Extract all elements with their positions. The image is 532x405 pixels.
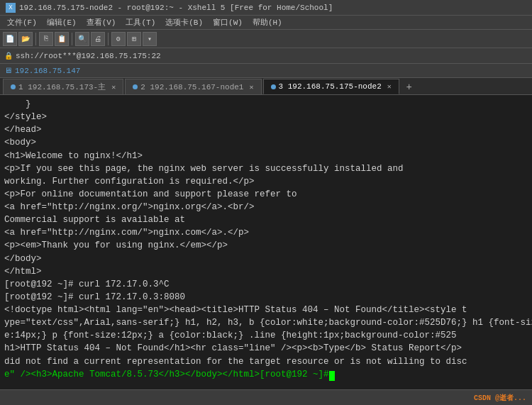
terminal-line: [root@192 ~]# curl 172.17.0.3:8080 [4,291,528,304]
toolbar: 📄 📂 ⎘ 📋 🔍 🖨 ⚙ ⊞ ▾ [0,30,532,48]
brand-label: CSDN @逝者... [474,393,526,403]
lock-icon: 🔒 [4,52,13,60]
terminal-line: <!doctype html><html lang="en"><head><ti… [4,304,528,316]
menu-tabs[interactable]: 选项卡(B) [161,16,207,28]
tab-3[interactable]: 3 192.168.75.175-node2 ✕ [263,79,399,94]
terminal-line: <body> [4,136,528,149]
tab-2-close[interactable]: ✕ [249,83,253,91]
path-text: 192.168.75.147 [15,67,80,75]
terminal-line: <a href="http://nginx.org/">nginx.org</a… [4,201,528,213]
tab-2-dot [133,84,138,89]
toolbar-settings[interactable]: ⚙ [111,32,126,46]
toolbar-copy[interactable]: ⎘ [39,32,53,46]
tab-2-label: 2 192.168.75.167-node1 [140,83,243,91]
menu-tools[interactable]: 工具(T) [121,16,160,28]
terminal-line: ype="text/css",Arial,sans-serif;} h1, h2… [4,316,528,329]
menu-help[interactable]: 帮助(H) [248,16,287,28]
terminal-line: <h1>Welcome to nginx!</h1> [4,150,528,162]
menu-window[interactable]: 窗口(W) [209,16,247,28]
tab-1-close[interactable]: ✕ [111,83,116,91]
terminal-line: <p>For online documentation and support … [4,188,528,201]
terminal-line: </head> [4,123,528,136]
address-bar: 🔒 ssh://root***@192.168.75.175:22 [0,48,532,64]
menu-bar: 文件(F) 编辑(E) 查看(V) 工具(T) 选项卡(B) 窗口(W) 帮助(… [0,16,532,30]
address-text: ssh://root***@192.168.75.175:22 [16,52,161,60]
terminal-line: </body> [4,253,528,265]
app-icon: X [6,3,16,13]
menu-view[interactable]: 查看(V) [82,16,121,28]
terminal-line: e:14px;} p {font-size:12px;} a {color:bl… [4,329,528,342]
toolbar-sep1 [35,33,36,45]
menu-file[interactable]: 文件(F) [3,16,41,28]
window-title: 192.168.75.175-node2 - root@192:~ - Xshe… [19,4,333,12]
terminal-line: <p><em>Thank you for using nginx.</em></… [4,239,528,252]
terminal-line: h1>HTTP Status 404 – Not Found</h1><hr c… [4,342,528,355]
tab-3-close[interactable]: ✕ [387,82,392,91]
tab-1[interactable]: 1 192.168.75.173-主 ✕ [3,79,123,94]
menu-edit[interactable]: 编辑(E) [43,16,81,28]
terminal-line: did not find a current representation fo… [4,355,528,368]
toolbar-print[interactable]: 🖨 [91,32,105,46]
terminal-area[interactable]: }</style></head><body><h1>Welcome to ngi… [0,95,532,389]
tab-3-label: 3 192.168.75.175-node2 [279,82,382,91]
tab-1-dot [11,84,16,89]
toolbar-layout[interactable]: ⊞ [127,32,141,46]
terminal-line: [root@192 ~]# curl 172.17.0.3^C [4,278,528,291]
toolbar-sep2 [72,33,72,45]
terminal-line: </style> [4,111,528,123]
toolbar-open[interactable]: 📂 [18,32,33,46]
terminal-line: <a href="http://nginx.com/">nginx.com</a… [4,226,528,239]
path-bar: 🖥 192.168.75.147 [0,64,532,78]
tab-3-dot [271,84,276,89]
toolbar-search[interactable]: 🔍 [75,32,89,46]
terminal-line: e" /><h3>Apache Tomcat/8.5.73</h3></body… [4,368,528,381]
tab-bar: 1 192.168.75.173-主 ✕ 2 192.168.75.167-no… [0,78,532,95]
toolbar-sep3 [108,33,109,45]
terminal-line: Commercial support is available at [4,213,528,226]
toolbar-new[interactable]: 📄 [3,32,17,46]
terminal-line: </html> [4,265,528,278]
terminal-line: <p>If you see this page, the nginx web s… [4,162,528,175]
status-bar: CSDN @逝者... [0,389,532,405]
toolbar-more[interactable]: ▾ [143,32,157,46]
terminal-line: } [4,98,528,111]
tab-2[interactable]: 2 192.168.75.167-node1 ✕ [125,79,261,94]
path-icon: 🖥 [4,66,12,75]
terminal-line: working. Further configuration is requir… [4,175,528,188]
title-bar: X 192.168.75.175-node2 - root@192:~ - Xs… [0,0,532,16]
tab-add-button[interactable]: + [402,80,416,94]
toolbar-paste[interactable]: 📋 [55,32,69,46]
tab-1-label: 1 192.168.75.173-主 [18,82,106,92]
